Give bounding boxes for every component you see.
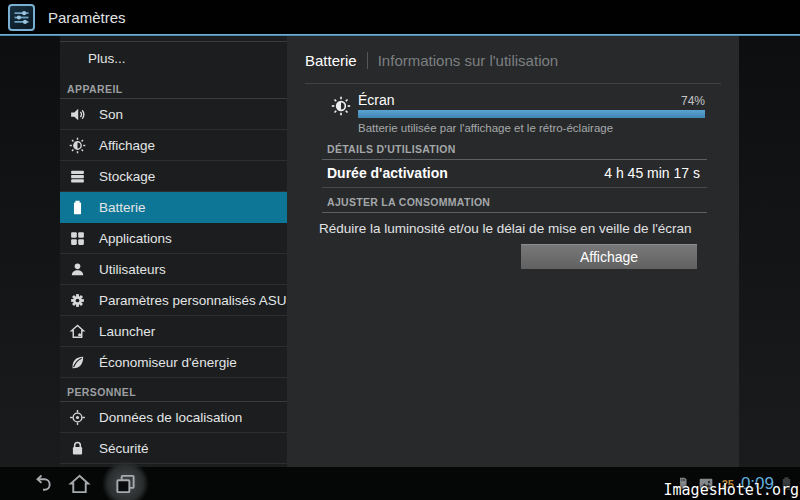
sidebar-item-label: Utilisateurs [99,262,166,277]
settings-sliders-icon [8,4,35,31]
speaker-icon [68,106,87,123]
row-label: Durée d'activation [327,165,448,181]
back-icon[interactable] [31,472,54,495]
breadcrumb-informations: Informations sur l'utilisation [378,52,558,69]
watermark: ImagesHotel.org [664,482,799,499]
sidebar-item-label: Économiseur d'énergie [99,355,237,370]
sidebar-item-utilisateurs[interactable]: Utilisateurs [60,254,287,285]
sidebar-item-label: Launcher [99,324,155,339]
sidebar-item-label: Applications [99,231,172,246]
recent-apps-icon[interactable] [114,472,137,495]
sidebar-item-label: Batterie [99,200,146,215]
system-bar: 25 0:09 ImagesHotel.org [0,467,800,500]
storage-icon [68,168,87,185]
action-bar: Paramètres [0,0,800,34]
settings-body: Plus... APPAREIL Son Affichage Stocka [0,36,800,467]
page-title: Paramètres [48,9,126,26]
sidebar-item-applications[interactable]: Applications [60,223,287,254]
usage-percent: 74% [681,94,705,108]
sidebar-item-label: Stockage [99,169,155,184]
lock-icon [68,440,87,457]
usage-description: Batterie utilisée par l'affichage et le … [358,122,705,135]
home-icon[interactable] [68,472,91,495]
sidebar-item-economiseur[interactable]: Économiseur d'énergie [60,347,287,378]
section-details-utilisation: DÉTAILS D'UTILISATION [322,143,707,160]
apps-icon [68,230,87,247]
gear-icon [68,292,87,309]
sidebar-item-plus[interactable]: Plus... [60,42,287,75]
affichage-button[interactable]: Affichage [521,244,697,269]
adjust-hint-text: Réduire la luminosité et/ou le délai de … [319,221,707,237]
user-icon [68,261,87,278]
sidebar-item-parametres-asus[interactable]: Paramètres personnalisés ASUS [60,285,287,316]
sidebar-item-label: Affichage [99,138,155,153]
sidebar-item-label: Données de localisation [99,410,242,425]
sidebar-item-localisation[interactable]: Données de localisation [60,402,287,433]
sidebar-item-label: Plus... [88,51,126,66]
sidebar-item-launcher[interactable]: Launcher [60,316,287,347]
home-gear-icon [68,323,87,340]
sidebar-section-personnel: PERSONNEL [60,378,287,402]
sidebar-section-appareil: APPAREIL [60,75,287,99]
sidebar-item-label: Paramètres personnalisés ASUS [99,293,287,308]
brightness-icon [331,92,358,135]
duree-activation-row: Durée d'activation 4 h 45 min 17 s [322,160,707,188]
settings-sidebar: Plus... APPAREIL Son Affichage Stocka [60,36,287,467]
battery-usage-row-ecran[interactable]: Écran 74% Batterie utilisée par l'affich… [331,92,705,135]
sidebar-item-affichage[interactable]: Affichage [60,130,287,161]
usage-progress-bar [358,110,705,118]
battery-icon [68,199,87,216]
sidebar-item-son[interactable]: Son [60,99,287,130]
usage-app-name: Écran [358,92,395,108]
breadcrumb-separator [367,52,368,69]
sidebar-item-securite[interactable]: Sécurité [60,433,287,464]
sidebar-item-label: Sécurité [99,441,149,456]
section-ajuster-consommation: AJUSTER LA CONSOMMATION [322,196,707,213]
leaf-icon [68,354,87,371]
sidebar-item-label: Son [99,107,123,122]
brightness-icon [68,137,87,154]
tablet-screen: Paramètres Plus... APPAREIL Son Affichag… [0,0,800,500]
sidebar-item-stockage[interactable]: Stockage [60,161,287,192]
sidebar-item-batterie[interactable]: Batterie [60,192,287,223]
location-icon [68,409,87,426]
breadcrumb-batterie: Batterie [305,52,357,69]
row-value: 4 h 45 min 17 s [604,165,700,181]
usage-detail: Écran 74% Batterie utilisée par l'affich… [358,92,705,135]
battery-panel: Batterie Informations sur l'utilisation … [287,36,739,467]
breadcrumb: Batterie Informations sur l'utilisation [305,36,721,84]
